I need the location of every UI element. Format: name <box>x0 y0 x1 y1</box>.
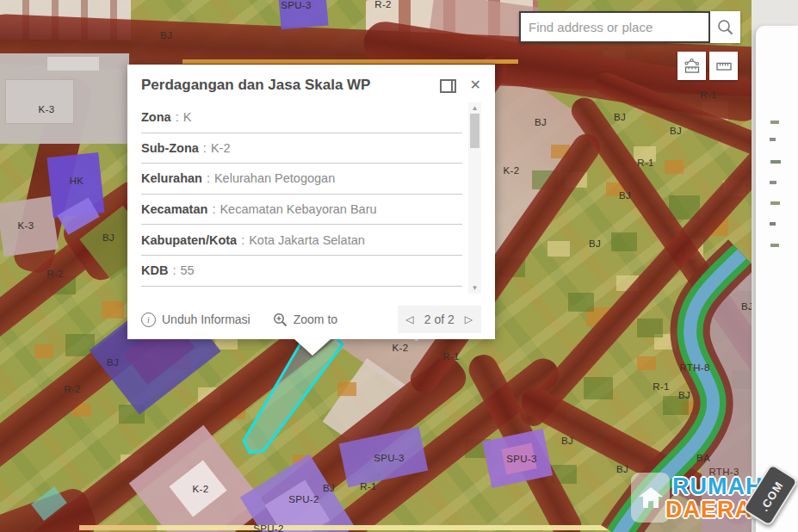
map-toolbar <box>677 52 738 80</box>
popup-field-row: KDB : 55 <box>141 256 462 287</box>
popup-field-row: Zona : K <box>141 102 462 133</box>
map-zone-label: HK <box>70 176 84 186</box>
page-next-icon[interactable]: ▷ <box>465 313 473 325</box>
map-zone-label: BJ <box>323 483 335 493</box>
popup-field-row: Kabupaten/Kota : Kota Jakarta Selatan <box>141 225 462 256</box>
scroll-up-icon[interactable]: ▲ <box>468 104 481 112</box>
panel-text-fragment <box>770 201 780 205</box>
right-panel-strip <box>752 0 798 532</box>
measure-distance-button[interactable] <box>677 52 706 80</box>
map-zone-label: BJ <box>107 357 119 368</box>
map-zone-label: BJ <box>619 190 631 201</box>
app-window: BJK-3HKK-3BJR-2BJR-2K-2SPU-2SPU-2BJR-1SP… <box>0 0 798 532</box>
search-widget <box>519 11 740 43</box>
map-zone-label: SPU-3 <box>281 0 311 10</box>
rumah-daerah-watermark: RUMAH DAERAH .COM <box>627 467 798 532</box>
panel-text-fragment <box>770 181 776 184</box>
popup-header: Perdagangan dan Jasa Skala WP ✕ <box>127 65 495 99</box>
feature-popup: Perdagangan dan Jasa Skala WP ✕ Zona : K… <box>127 65 495 339</box>
info-icon: i <box>141 312 156 327</box>
popup-field-row: Sub-Zona : K-2 <box>141 133 462 164</box>
ruler-icon <box>715 58 733 75</box>
popup-callout-arrow <box>294 339 331 356</box>
download-info-button[interactable]: i Unduh Informasi <box>141 312 251 327</box>
zoom-to-icon <box>273 312 288 327</box>
map-zone-label: R-1 <box>700 90 716 100</box>
popup-title: Perdagangan dan Jasa Skala WP <box>141 77 440 94</box>
field-label: Sub-Zona <box>141 141 199 155</box>
map-zone-label: R-1 <box>360 481 376 492</box>
popup-footer: i Unduh Informasi Zoom to ◁ 2 of 2 ▷ <box>127 300 495 339</box>
scroll-down-icon[interactable]: ▼ <box>468 284 481 292</box>
measure-distance-icon <box>684 58 701 75</box>
popup-scrollbar[interactable]: ▲ ▼ <box>468 102 481 294</box>
popup-field-row: KLB : 3.92 <box>141 287 462 294</box>
map-zone-label: K-2 <box>504 165 520 176</box>
map-zone-label: BJ <box>561 436 573 446</box>
panel-text-fragment <box>770 244 779 247</box>
map-zone-label: BJ <box>678 390 690 400</box>
map-zone-label: BA <box>696 453 710 463</box>
map-zone-label: K-3 <box>39 104 55 114</box>
page-indicator: 2 of 2 <box>424 312 455 326</box>
field-label: Kecamatan <box>141 202 207 216</box>
popup-field-row: Kecamatan : Kecamatan Kebayoran Baru <box>141 195 462 226</box>
map-zone-label: SPU-3 <box>506 454 536 464</box>
panel-text-fragment <box>770 160 781 164</box>
field-value: Kelurahan Petogogan <box>214 171 335 185</box>
search-input[interactable] <box>519 11 710 43</box>
measure-area-button[interactable] <box>709 52 738 80</box>
home-icon-tile <box>631 473 670 523</box>
popup-field-list: Zona : K Sub-Zona : K-2 Kelurahan : Kelu… <box>141 102 481 294</box>
field-value: 55 <box>180 263 194 277</box>
map-zone-label: BJ <box>535 117 547 127</box>
map-zone-label: R-1 <box>653 381 669 392</box>
panel-text-fragment <box>770 121 779 124</box>
field-value: Kecamatan Kebayoran Baru <box>220 202 376 216</box>
map-zone-label: BJ <box>160 30 172 40</box>
map-zone-label: RTH-8 <box>679 362 709 373</box>
home-icon <box>637 484 665 511</box>
map-zone-label: BJ <box>670 126 682 136</box>
map-zone-label: K-2 <box>393 343 409 353</box>
map-zone-label: R-1 <box>637 158 653 168</box>
field-label: Kabupaten/Kota <box>141 233 237 247</box>
right-panel-card <box>756 26 798 532</box>
search-icon <box>717 19 733 35</box>
panel-text-fragment <box>770 222 776 226</box>
map-zone-label: BJ <box>102 232 114 243</box>
close-icon[interactable]: ✕ <box>470 78 481 92</box>
panel-text-fragment <box>770 138 776 141</box>
logo-com-text: .COM <box>758 479 786 513</box>
map-zone-label: SPU-3 <box>374 453 404 463</box>
map-zone-label: BJ <box>614 112 626 122</box>
scrollbar-thumb[interactable] <box>470 114 479 148</box>
map-zone-label: R-2 <box>46 269 63 279</box>
map-zone-label: SPU-2 <box>253 523 283 532</box>
download-info-label: Unduh Informasi <box>162 312 251 326</box>
page-prev-icon[interactable]: ◁ <box>406 313 414 325</box>
field-value: K-2 <box>211 141 231 155</box>
field-value: K <box>183 110 192 124</box>
field-label: Kelurahan <box>141 171 202 185</box>
logo-text-rumah: RUMAH <box>672 475 764 498</box>
field-value: Kota Jakarta Selatan <box>249 233 365 247</box>
popup-field-row: Kelurahan : Kelurahan Petogogan <box>141 164 462 195</box>
map-zone-label: K-2 <box>193 484 209 494</box>
map-zone-label: R-2 <box>374 0 391 9</box>
map-zone-label: BJ <box>589 238 601 249</box>
dock-icon[interactable] <box>440 79 456 93</box>
search-button[interactable] <box>710 11 740 43</box>
map-zone-label: R-2 <box>64 384 80 394</box>
zoom-to-label: Zoom to <box>294 312 337 326</box>
map-zone-label: SPU-2 <box>288 494 319 504</box>
popup-pager: ◁ 2 of 2 ▷ <box>398 306 482 333</box>
map-zone-label: BJ <box>741 301 752 312</box>
field-label: Zona <box>141 110 171 124</box>
map-zone-label: R-1 <box>442 351 459 362</box>
field-label: KDB <box>141 263 168 277</box>
zoom-to-button[interactable]: Zoom to <box>273 312 337 327</box>
map-zone-label: K-3 <box>18 220 34 231</box>
